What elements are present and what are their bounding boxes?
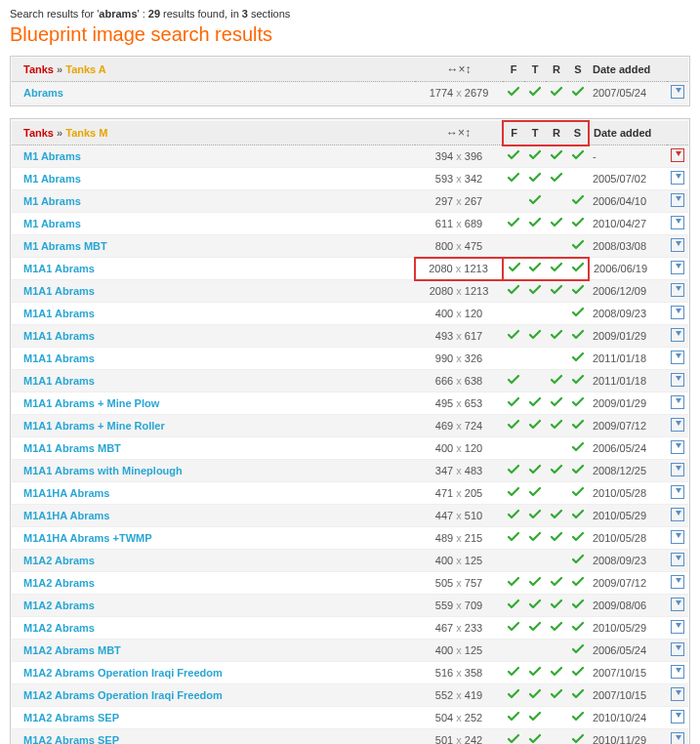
result-link[interactable]: M1A1 Abrams <box>23 352 95 364</box>
download-button[interactable] <box>671 89 684 101</box>
download-button[interactable] <box>671 624 684 636</box>
download-button[interactable] <box>671 557 684 568</box>
check-icon <box>508 733 519 744</box>
download-button[interactable] <box>671 242 684 254</box>
download-button[interactable] <box>671 399 684 411</box>
result-link[interactable]: M1A2 Abrams <box>23 555 95 566</box>
flag-f <box>503 303 524 325</box>
download-cell <box>667 617 688 640</box>
result-name-cell: M1A1HA Abrams +TWMP <box>12 527 415 550</box>
flag-r <box>546 370 567 393</box>
flag-t <box>524 168 546 190</box>
download-icon <box>671 351 684 364</box>
download-button[interactable] <box>671 601 684 613</box>
download-button[interactable] <box>671 287 684 299</box>
result-link[interactable]: M1 Abrams MBT <box>23 240 107 252</box>
result-link[interactable]: M1A1 Abrams <box>23 330 95 342</box>
result-link[interactable]: M1A1 Abrams <box>23 285 95 297</box>
download-button[interactable] <box>671 152 684 164</box>
result-link[interactable]: M1A1 Abrams with Mineplough <box>23 465 183 476</box>
download-button[interactable] <box>671 512 684 523</box>
download-button[interactable] <box>671 175 684 186</box>
result-link[interactable]: M1A1 Abrams <box>23 375 95 387</box>
download-button[interactable] <box>671 332 684 344</box>
result-link[interactable]: M1A2 Abrams SEP <box>23 734 119 744</box>
download-button[interactable] <box>671 354 684 366</box>
search-query: abrams <box>99 8 137 20</box>
flag-t <box>524 82 546 104</box>
result-link[interactable]: M1A1 Abrams + Mine Plow <box>23 397 159 409</box>
result-link[interactable]: M1 Abrams <box>23 173 81 185</box>
download-cell <box>667 348 688 370</box>
result-link[interactable]: M1A2 Abrams <box>23 622 95 634</box>
download-icon <box>671 463 684 476</box>
table-row: M1A1 Abrams with Mineplough347 x 4832008… <box>12 460 688 482</box>
download-button[interactable] <box>671 444 684 456</box>
download-button[interactable] <box>671 197 684 209</box>
flag-f <box>503 617 524 640</box>
check-icon <box>572 86 584 98</box>
check-icon <box>572 486 584 498</box>
download-button[interactable] <box>671 646 684 658</box>
breadcrumb[interactable]: Tanks » Tanks M <box>12 121 415 145</box>
download-cell <box>667 595 688 617</box>
breadcrumb-root[interactable]: Tanks <box>23 63 54 75</box>
table-row: M1A2 Abrams400 x 1252008/09/23 <box>12 550 688 572</box>
result-link[interactable]: M1 Abrams <box>23 195 81 207</box>
result-link[interactable]: M1A1 Abrams <box>23 263 95 274</box>
check-icon <box>572 464 584 475</box>
breadcrumb-leaf[interactable]: Tanks A <box>65 63 106 75</box>
download-button[interactable] <box>671 422 684 434</box>
result-link[interactable]: M1A2 Abrams Operation Iraqi Freedom <box>23 667 223 679</box>
breadcrumb[interactable]: Tanks » Tanks A <box>12 58 415 82</box>
check-icon <box>572 419 584 431</box>
download-button[interactable] <box>671 467 684 478</box>
check-icon <box>551 621 562 633</box>
result-link[interactable]: M1A1HA Abrams +TWMP <box>23 532 152 544</box>
result-link[interactable]: M1A2 Abrams MBT <box>23 644 121 656</box>
check-icon <box>508 621 519 633</box>
breadcrumb-root[interactable]: Tanks <box>23 127 54 139</box>
download-button[interactable] <box>671 714 684 725</box>
result-link[interactable]: Abrams <box>23 87 63 99</box>
flag-s <box>567 550 589 572</box>
download-button[interactable] <box>671 691 684 703</box>
result-link[interactable]: M1 Abrams <box>23 218 81 229</box>
download-button[interactable] <box>671 489 684 501</box>
flag-r <box>546 415 567 437</box>
check-icon <box>572 396 584 408</box>
result-link[interactable]: M1A2 Abrams <box>23 599 95 611</box>
download-cell <box>667 258 688 280</box>
result-date: 2008/09/23 <box>589 303 667 325</box>
flag-t <box>524 595 546 617</box>
download-cell <box>667 460 688 482</box>
result-link[interactable]: M1A1 Abrams <box>23 308 95 319</box>
result-link[interactable]: M1A1HA Abrams <box>23 487 109 499</box>
table-row: M1A1 Abrams493 x 6172009/01/29 <box>12 325 688 348</box>
download-button[interactable] <box>671 265 684 276</box>
result-link[interactable]: M1A1 Abrams + Mine Roller <box>23 420 165 432</box>
check-icon <box>572 307 584 318</box>
download-icon <box>671 171 684 185</box>
result-dimensions: 552 x 419 <box>415 684 503 707</box>
download-button[interactable] <box>671 310 684 321</box>
download-button[interactable] <box>671 220 684 231</box>
result-date: 2007/10/15 <box>589 662 667 684</box>
result-name-cell: M1A2 Abrams <box>12 595 415 617</box>
result-link[interactable]: M1A2 Abrams Operation Iraqi Freedom <box>23 689 223 701</box>
column-header-f: F <box>503 58 524 82</box>
breadcrumb-leaf[interactable]: Tanks M <box>65 127 107 139</box>
download-button[interactable] <box>671 736 684 744</box>
flag-f <box>503 168 524 190</box>
result-link[interactable]: M1A1HA Abrams <box>23 510 109 521</box>
column-header-dimensions: ↔×↕ <box>415 121 503 145</box>
download-button[interactable] <box>671 534 684 546</box>
result-link[interactable]: M1 Abrams <box>23 150 81 162</box>
result-link[interactable]: M1A2 Abrams <box>23 577 95 589</box>
result-link[interactable]: M1A1 Abrams MBT <box>23 442 121 454</box>
flag-t <box>524 213 546 235</box>
download-button[interactable] <box>671 669 684 681</box>
download-button[interactable] <box>671 377 684 389</box>
download-button[interactable] <box>671 579 684 591</box>
result-link[interactable]: M1A2 Abrams SEP <box>23 712 119 723</box>
